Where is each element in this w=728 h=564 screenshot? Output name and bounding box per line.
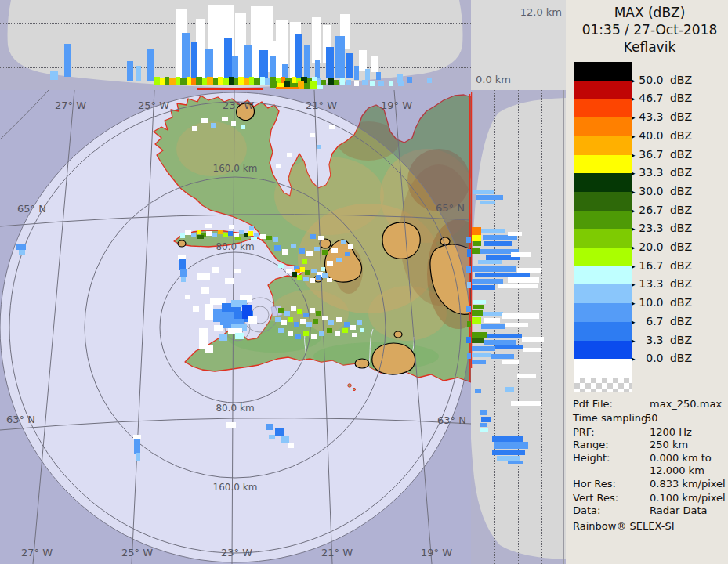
metadata-row: Vert Res:0.100 km/pixel — [573, 492, 726, 505]
metadata-row: PRF:1200 Hz — [573, 426, 726, 439]
height-axis-max-label: 12.0 km — [471, 6, 562, 18]
legend-value-label: ▸0.0 dBZ — [632, 352, 692, 364]
legend-color-swatch — [574, 136, 632, 155]
metadata-value: 1200 Hz — [650, 426, 692, 438]
right-panel-background — [471, 90, 566, 564]
top-panel-outside-range-right — [235, 0, 471, 90]
legend-value-label: ▸40.0 dBZ — [632, 129, 692, 142]
right-panel-outside-range-bottom — [471, 439, 566, 564]
metadata-row: Height:0.000 km to — [573, 452, 726, 465]
legend-color-swatch — [574, 211, 632, 230]
legend-value-label: ▸33.3 dBZ — [632, 166, 692, 179]
metadata-label: Hor Res: — [573, 478, 616, 490]
map-svg — [0, 90, 471, 564]
height-axis-corner-box: 12.0 km 0.0 km — [471, 0, 566, 90]
legend-color-swatch — [574, 99, 632, 118]
legend-transparent-swatch — [574, 378, 632, 392]
legend-color-swatch — [574, 173, 632, 192]
radar-map-panel: Icelandic Met Office — [0, 90, 471, 564]
metadata-row: Range:250 km — [573, 439, 726, 452]
metadata-row: Data:Radar Data — [573, 504, 726, 518]
legend-color-swatch — [574, 248, 632, 266]
vertical-projection-top-panel — [0, 0, 471, 90]
vertical-projection-right-panel — [471, 90, 566, 564]
metadata-value: 0.000 km to — [650, 452, 712, 464]
legend-value-label: ▸3.3 dBZ — [632, 334, 692, 346]
legend-color-swatch — [574, 303, 632, 322]
legend-value-label: ▸30.0 dBZ — [632, 185, 692, 197]
legend-value-label: ▸16.7 dBZ — [632, 259, 692, 272]
legend-color-swatch — [574, 322, 632, 341]
metadata-label: PRF: — [573, 426, 595, 438]
legend-value-label: ▸26.7 dBZ — [632, 204, 692, 216]
legend-color-swatch — [574, 229, 632, 248]
right-panel-outside-range-top — [471, 90, 566, 337]
top-panel-background — [0, 0, 471, 90]
legend-value-label: ▸13.3 dBZ — [632, 277, 692, 290]
metadata-value: 250 km — [650, 439, 688, 450]
metadata-label: Height: — [573, 452, 610, 464]
metadata-label: Time sampling: — [573, 412, 651, 424]
legend-value-label: ▸6.7 dBZ — [632, 315, 692, 327]
metadata-label: Data: — [573, 504, 600, 516]
legend-below-threshold-swatch — [574, 359, 632, 378]
legend-sidebar: MAX (dBZ) 01:35 / 27-Oct-2018 Keflavik ▸… — [566, 0, 728, 564]
metadata-row: Hor Res:0.833 km/pixel — [573, 478, 726, 491]
legend-color-swatch — [574, 118, 632, 136]
metadata-value: 50 — [645, 412, 658, 424]
metadata-label: Vert Res: — [573, 492, 618, 504]
legend-color-swatch — [574, 266, 632, 285]
metadata-row: Pdf File:max_250.max — [573, 398, 726, 411]
metadata-value: 0.100 km/pixel — [650, 492, 726, 504]
metadata-row: 12.000 km — [573, 465, 726, 478]
product-title: MAX (dBZ) — [571, 5, 728, 20]
legend-color-swatch — [574, 62, 632, 81]
legend-color-swatch — [574, 341, 632, 360]
top-panel-outside-range-left — [0, 0, 235, 90]
legend-value-label: ▸10.0 dBZ — [632, 296, 692, 309]
legend-value-label: ▸36.7 dBZ — [632, 148, 692, 161]
metadata-label: Pdf File: — [573, 398, 613, 410]
legend-value-label: ▸43.3 dBZ — [632, 110, 692, 123]
height-axis-min-label: 0.0 km — [476, 74, 511, 85]
legend-color-swatch — [574, 81, 632, 99]
legend-color-swatch — [574, 155, 632, 174]
metadata-label: Range: — [573, 439, 609, 450]
metadata-value: max_250.max — [650, 398, 722, 410]
metadata-value: Radar Data — [650, 504, 707, 516]
legend-value-label: ▸50.0 dBZ — [632, 74, 692, 86]
legend-value-label: ▸46.7 dBZ — [632, 92, 692, 104]
metadata-value: 0.833 km/pixel — [650, 478, 726, 490]
product-timestamp: 01:35 / 27-Oct-2018 — [571, 22, 728, 38]
radar-application-window: 12.0 km 0.0 km — [0, 0, 728, 564]
metadata-row: Time sampling:50 — [573, 412, 726, 425]
software-name: Rainbow® SELEX-SI — [573, 520, 675, 532]
legend-color-swatch — [574, 192, 632, 211]
legend-value-label: ▸20.0 dBZ — [632, 240, 692, 253]
metadata-value: 12.000 km — [650, 465, 704, 476]
legend-color-swatch — [574, 284, 632, 303]
radar-station-name: Keflavik — [571, 39, 728, 55]
legend-value-label: ▸23.3 dBZ — [632, 222, 692, 234]
